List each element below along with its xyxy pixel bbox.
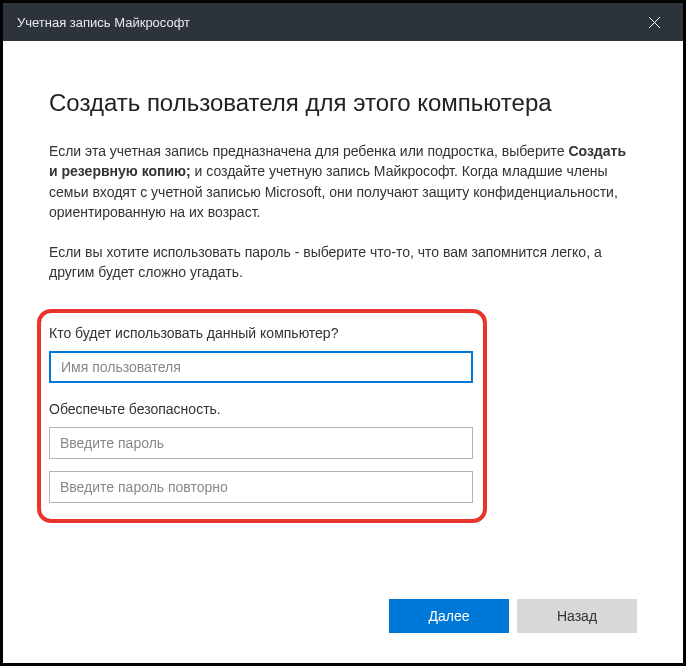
button-row: Далее Назад: [389, 599, 637, 633]
close-icon: [649, 17, 660, 28]
username-input[interactable]: [49, 351, 473, 383]
close-button[interactable]: [639, 7, 669, 37]
back-button[interactable]: Назад: [517, 599, 637, 633]
titlebar: Учетная запись Майкрософт: [3, 3, 683, 41]
description-paragraph-2: Если вы хотите использовать пароль - выб…: [49, 242, 637, 283]
password-confirm-input[interactable]: [49, 471, 473, 503]
page-heading: Создать пользователя для этого компьютер…: [49, 89, 637, 117]
account-window: Учетная запись Майкрософт Создать пользо…: [0, 0, 686, 666]
next-button[interactable]: Далее: [389, 599, 509, 633]
window-title: Учетная запись Майкрософт: [17, 15, 190, 30]
form-highlight-box: Кто будет использовать данный компьютер?…: [37, 309, 487, 523]
password-input[interactable]: [49, 427, 473, 459]
desc1-prefix: Если эта учетная запись предназначена дл…: [49, 143, 568, 159]
username-question: Кто будет использовать данный компьютер?: [49, 325, 473, 341]
description-paragraph-1: Если эта учетная запись предназначена дл…: [49, 141, 637, 222]
content-area: Создать пользователя для этого компьютер…: [3, 41, 683, 663]
security-question: Обеспечьте безопасность.: [49, 401, 473, 417]
